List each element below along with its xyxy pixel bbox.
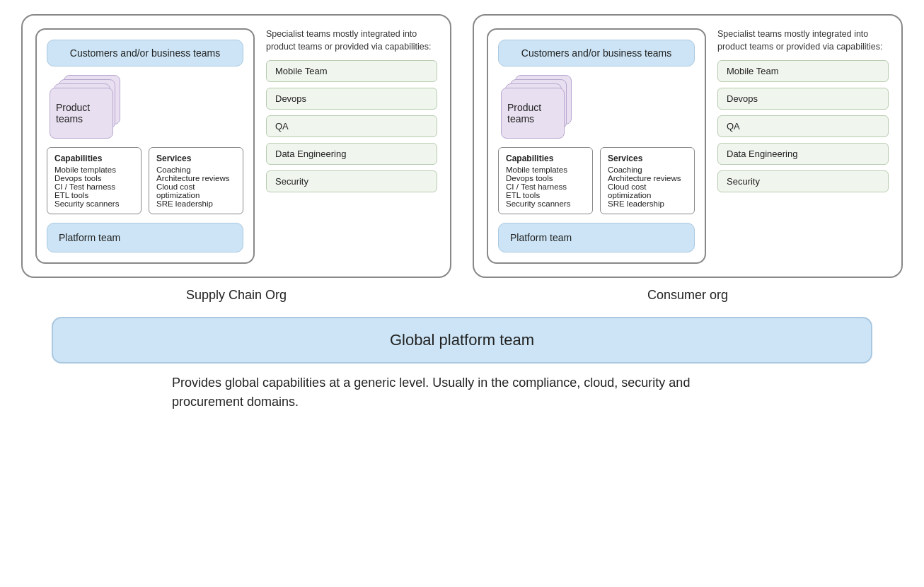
global-platform-title: Global platform team <box>390 331 534 349</box>
supply-chain-capabilities-box: Capabilities Mobile templates Devops too… <box>47 147 142 214</box>
consumer-specialist-3: Data Engineering <box>717 143 889 165</box>
consumer-cap-item-0: Mobile templates <box>506 165 567 174</box>
supply-chain-right: Specialist teams mostly integrated into … <box>266 28 437 264</box>
supply-chain-specialist-2: QA <box>266 115 437 137</box>
stack-card-4: Productteams <box>50 88 113 139</box>
consumer-stack-cards: Productteams <box>501 75 572 139</box>
consumer-diagram: Customers and/or business teams Productt… <box>473 14 903 278</box>
supply-chain-stack-cards: Productteams <box>50 75 120 139</box>
consumer-services-box: Services Coaching Architecture reviews C… <box>600 147 695 214</box>
consumer-customers-label: Customers and/or business teams <box>521 47 671 59</box>
supply-chain-specialist-text: Specialist teams mostly integrated into … <box>266 28 437 53</box>
supply-chain-org-block: Customers and/or business teams Productt… <box>21 14 451 303</box>
supply-chain-capabilities-title: Capabilities <box>54 153 134 163</box>
supply-chain-product-label: Productteams <box>56 102 90 124</box>
supply-chain-left: Customers and/or business teams Productt… <box>35 28 255 264</box>
top-section: Customers and/or business teams Productt… <box>21 14 903 303</box>
consumer-product-stacked: Productteams <box>501 75 695 139</box>
global-platform-description: Provides global capabilities at a generi… <box>172 373 752 412</box>
consumer-specialist-2: QA <box>717 115 889 137</box>
consumer-specialist-4: Security <box>717 170 889 192</box>
consumer-stack-card-4: Productteams <box>501 88 565 139</box>
supply-chain-cap-item-0: Mobile templates <box>54 165 116 174</box>
supply-chain-specialist-1: Devops <box>266 88 437 110</box>
consumer-specialist-0: Mobile Team <box>717 60 889 82</box>
supply-chain-customers-label: Customers and/or business teams <box>70 47 220 59</box>
supply-chain-svc-item-2: Cloud cost optimization <box>156 182 200 199</box>
consumer-product-label: Productteams <box>507 102 541 124</box>
consumer-svc-item-1: Architecture reviews <box>608 174 681 182</box>
bottom-section: Global platform team Provides global cap… <box>21 317 903 412</box>
consumer-platform-label: Platform team <box>510 232 572 243</box>
global-platform-box: Global platform team <box>52 317 872 364</box>
supply-chain-specialist-0: Mobile Team <box>266 60 437 82</box>
consumer-cap-item-4: Security scanners <box>506 199 570 208</box>
consumer-svc-item-0: Coaching <box>608 165 642 174</box>
consumer-svc-item-3: SRE leadership <box>608 199 664 208</box>
supply-chain-specialist-4: Security <box>266 170 437 192</box>
supply-chain-cap-item-2: CI / Test harness <box>54 182 115 191</box>
consumer-left: Customers and/or business teams Productt… <box>487 28 706 264</box>
consumer-platform-box: Platform team <box>498 223 695 252</box>
supply-chain-diagram: Customers and/or business teams Productt… <box>21 14 451 278</box>
supply-chain-svc-item-1: Architecture reviews <box>156 174 230 182</box>
supply-chain-product-stacked: Productteams <box>50 75 243 139</box>
supply-chain-org-label: Supply Chain Org <box>186 288 287 303</box>
supply-chain-customers-box: Customers and/or business teams <box>47 40 243 66</box>
consumer-cap-svc-row: Capabilities Mobile templates Devops too… <box>498 147 695 214</box>
supply-chain-services-title: Services <box>156 153 236 163</box>
consumer-cap-item-2: CI / Test harness <box>506 182 567 191</box>
consumer-specialist-1: Devops <box>717 88 889 110</box>
supply-chain-platform-box: Platform team <box>47 223 243 252</box>
supply-chain-cap-item-3: ETL tools <box>54 191 88 199</box>
supply-chain-cap-item-1: Devops tools <box>54 174 101 182</box>
supply-chain-specialist-3: Data Engineering <box>266 143 437 165</box>
supply-chain-cap-item-4: Security scanners <box>54 199 119 208</box>
consumer-org-block: Customers and/or business teams Productt… <box>473 14 903 303</box>
supply-chain-services-box: Services Coaching Architecture reviews C… <box>149 147 243 214</box>
consumer-org-label: Consumer org <box>647 288 728 303</box>
consumer-customers-box: Customers and/or business teams <box>498 40 695 66</box>
consumer-cap-item-1: Devops tools <box>506 174 553 182</box>
consumer-specialist-text: Specialist teams mostly integrated into … <box>717 28 889 53</box>
supply-chain-specialist-list: Mobile Team Devops QA Data Engineering S… <box>266 60 437 192</box>
supply-chain-svc-item-3: SRE leadership <box>156 199 213 208</box>
consumer-specialist-list: Mobile Team Devops QA Data Engineering S… <box>717 60 889 192</box>
consumer-capabilities-box: Capabilities Mobile templates Devops too… <box>498 147 593 214</box>
consumer-right: Specialist teams mostly integrated into … <box>717 28 889 264</box>
consumer-cap-item-3: ETL tools <box>506 191 540 199</box>
consumer-capabilities-title: Capabilities <box>506 153 585 163</box>
supply-chain-cap-svc-row: Capabilities Mobile templates Devops too… <box>47 147 243 214</box>
consumer-svc-item-2: Cloud cost optimization <box>608 182 651 199</box>
supply-chain-platform-label: Platform team <box>59 232 120 243</box>
supply-chain-svc-item-0: Coaching <box>156 165 191 174</box>
consumer-services-title: Services <box>608 153 687 163</box>
